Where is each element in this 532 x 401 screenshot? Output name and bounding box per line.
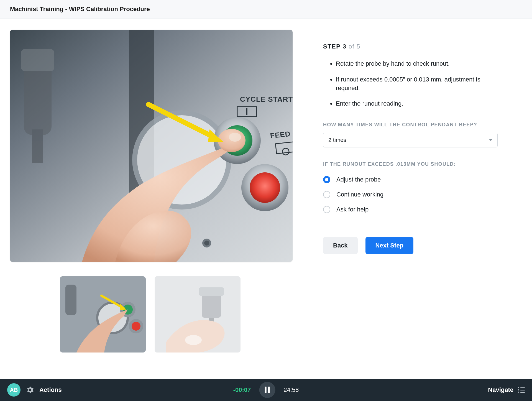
content-area: CYCLE START FEED HOLD [0,19,532,366]
svg-rect-30 [202,293,221,318]
svg-rect-13 [24,63,52,135]
question-runout-label: IF THE RUNOUT EXCEEDS .013MM YOU SHOULD: [323,161,498,167]
footer-right: Navigate [488,386,525,394]
actions-menu[interactable]: Actions [39,386,62,394]
radio-continue-working[interactable]: Continue working [323,187,498,202]
next-step-button[interactable]: Next Step [365,237,413,254]
thumbnail-row [10,276,293,353]
instruction-item: Rotate the probe by hand to check runout… [336,60,498,68]
list-icon[interactable] [518,387,525,393]
pause-button[interactable] [259,382,275,394]
radio-icon [323,176,330,183]
radio-icon [323,191,330,198]
media-column: CYCLE START FEED HOLD [10,30,293,353]
navigate-menu[interactable]: Navigate [488,386,513,394]
instruction-list: Rotate the probe by hand to check runout… [323,60,498,108]
svg-rect-28 [65,285,76,315]
step-nav-buttons: Back Next Step [323,237,498,254]
step-heading: STEP 3 of 5 [323,43,498,50]
thumbnail-1[interactable] [60,276,146,353]
footer-left: AB Actions [7,383,62,394]
svg-point-12 [204,241,209,246]
svg-point-17 [229,133,241,142]
avatar[interactable]: AB [7,383,21,394]
gear-icon[interactable] [26,386,34,394]
question-beep-label: HOW MANY TIMES WILL THE CONTROL PENDANT … [323,122,498,128]
svg-point-6 [250,172,280,203]
chevron-down-icon [489,139,492,141]
runout-radio-group: Adjust the probe Continue working Ask fo… [323,172,498,217]
time-total: 24:58 [283,386,299,394]
question-beep: HOW MANY TIMES WILL THE CONTROL PENDANT … [323,122,498,147]
svg-rect-31 [199,287,224,296]
instruction-item: Enter the runout reading. [336,99,498,108]
step-panel: STEP 3 of 5 Rotate the probe by hand to … [323,30,498,353]
svg-point-25 [132,322,140,331]
svg-rect-14 [21,49,54,71]
beep-count-value: 2 times [328,137,346,143]
radio-icon [323,206,330,213]
footer-bar: AB Actions -00:07 24:58 Navigate [0,379,532,394]
main-training-image: CYCLE START FEED HOLD [10,30,293,262]
step-number: STEP 3 [323,43,346,50]
cnc-panel-illustration: CYCLE START FEED HOLD [10,30,293,262]
pause-icon [265,387,270,393]
instruction-item: If runout exceeds 0.0005" or 0.013 mm, a… [336,75,498,93]
step-of-total: of 5 [346,43,360,50]
header-bar: Machinist Training - WIPS Calibration Pr… [0,0,532,19]
radio-ask-help[interactable]: Ask for help [323,202,498,217]
radio-label: Continue working [336,191,383,198]
page-title: Machinist Training - WIPS Calibration Pr… [10,6,522,13]
thumbnail-2[interactable] [155,276,241,353]
time-negative: -00:07 [233,386,251,394]
radio-adjust-probe[interactable]: Adjust the probe [323,172,498,187]
question-runout: IF THE RUNOUT EXCEEDS .013MM YOU SHOULD:… [323,161,498,217]
svg-point-33 [185,335,202,345]
back-button[interactable]: Back [323,237,358,254]
radio-label: Ask for help [336,206,369,213]
radio-label: Adjust the probe [336,176,381,183]
panel-label-cycle-start: CYCLE START [240,95,293,103]
beep-count-select[interactable]: 2 times [323,133,498,147]
footer-playback: -00:07 24:58 [233,382,299,394]
svg-rect-15 [32,129,43,163]
